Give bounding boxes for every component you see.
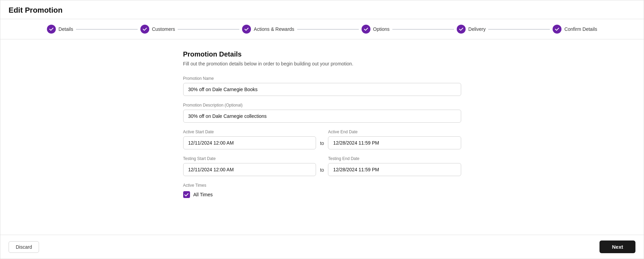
step-connector-1 — [76, 29, 138, 29]
step-confirm-details[interactable]: Confirm Details — [553, 25, 597, 34]
main-content: Promotion Details Fill out the promotion… — [0, 39, 644, 235]
all-times-row: All Times — [183, 191, 461, 198]
step-delivery-label: Delivery — [468, 26, 486, 32]
active-end-date-input[interactable] — [328, 136, 461, 149]
testing-end-date-input[interactable] — [328, 163, 461, 176]
step-options-label: Options — [373, 26, 390, 32]
step-delivery-icon — [457, 25, 466, 34]
step-connector-5 — [488, 29, 550, 29]
testing-start-date-group: Testing Start Date — [183, 156, 316, 176]
section-subtitle: Fill out the promotion details below in … — [183, 61, 461, 66]
active-times-label: Active Times — [183, 183, 461, 188]
step-confirm-details-icon — [553, 25, 561, 34]
testing-end-date-label: Testing End Date — [328, 156, 461, 161]
active-start-date-label: Active Start Date — [183, 130, 316, 134]
step-options-icon — [362, 25, 370, 34]
testing-end-date-group: Testing End Date — [328, 156, 461, 176]
testing-start-date-label: Testing Start Date — [183, 156, 316, 161]
promotion-name-input[interactable] — [183, 83, 461, 96]
step-actions-rewards-label: Actions & Rewards — [254, 26, 294, 32]
step-options[interactable]: Options — [362, 25, 390, 34]
all-times-label: All Times — [193, 192, 213, 197]
testing-date-to-label: to — [320, 167, 324, 173]
step-customers-icon — [140, 25, 149, 34]
step-delivery[interactable]: Delivery — [457, 25, 486, 34]
step-customers-label: Customers — [152, 26, 175, 32]
active-start-date-group: Active Start Date — [183, 130, 316, 149]
active-start-date-input[interactable] — [183, 136, 316, 149]
footer: Discard Next — [0, 235, 644, 259]
active-date-to-label: to — [320, 140, 324, 146]
step-details-label: Details — [59, 26, 73, 32]
promotion-description-group: Promotion Description (Optional) — [183, 103, 461, 123]
page-title: Edit Promotion — [9, 6, 635, 15]
step-actions-rewards[interactable]: Actions & Rewards — [242, 25, 294, 34]
step-connector-2 — [178, 29, 239, 29]
stepper: Details Customers Actions & Rewards — [0, 19, 644, 39]
next-button[interactable]: Next — [599, 241, 635, 253]
testing-date-row: Testing Start Date to Testing End Date — [183, 156, 461, 176]
active-end-date-label: Active End Date — [328, 130, 461, 134]
promotion-description-label: Promotion Description (Optional) — [183, 103, 461, 108]
promotion-name-group: Promotion Name — [183, 76, 461, 96]
all-times-checkbox[interactable] — [183, 191, 190, 198]
active-end-date-group: Active End Date — [328, 130, 461, 149]
discard-button[interactable]: Discard — [9, 241, 39, 253]
page-header: Edit Promotion — [0, 0, 644, 19]
form-section: Promotion Details Fill out the promotion… — [175, 50, 469, 198]
active-times-section: Active Times All Times — [183, 183, 461, 198]
step-connector-3 — [297, 29, 359, 29]
step-customers[interactable]: Customers — [140, 25, 175, 34]
step-details[interactable]: Details — [47, 25, 73, 34]
step-details-icon — [47, 25, 56, 34]
step-connector-4 — [392, 29, 454, 29]
step-confirm-details-label: Confirm Details — [564, 26, 597, 32]
active-date-row: Active Start Date to Active End Date — [183, 130, 461, 149]
section-title: Promotion Details — [183, 50, 461, 58]
promotion-description-input[interactable] — [183, 110, 461, 123]
step-actions-rewards-icon — [242, 25, 251, 34]
promotion-name-label: Promotion Name — [183, 76, 461, 81]
testing-start-date-input[interactable] — [183, 163, 316, 176]
